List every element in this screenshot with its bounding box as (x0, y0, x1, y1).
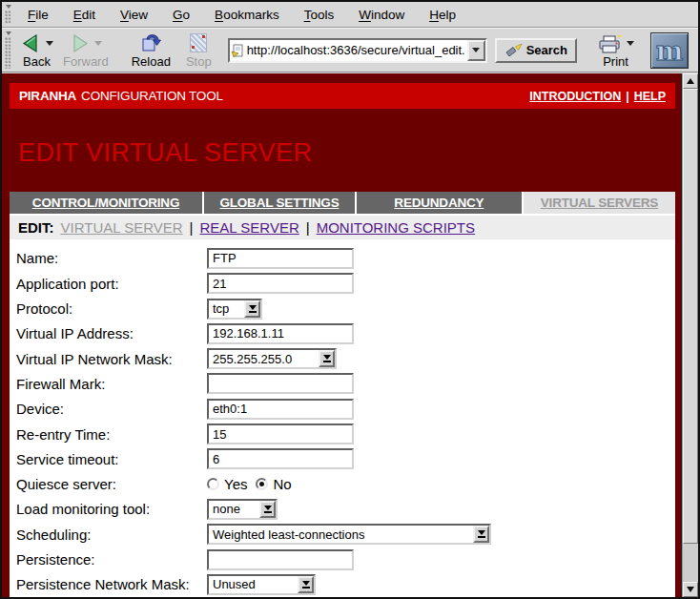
menu-bar: File Edit View Go Bookmarks Tools Window… (2, 2, 698, 28)
virtual-ip-input[interactable] (207, 323, 354, 344)
dropdown-arrow-icon[interactable] (259, 501, 276, 518)
protocol-select[interactable]: tcp (207, 299, 262, 320)
help-link[interactable]: HELP (634, 90, 666, 103)
protocol-value: tcp (209, 300, 244, 318)
flashlight-icon (504, 43, 523, 57)
brand-strong: PIRANHA (19, 89, 76, 103)
scrollbar-thumb[interactable] (683, 89, 698, 544)
scrollbar-trough[interactable] (683, 544, 698, 582)
scroll-up-button[interactable] (683, 73, 698, 89)
service-timeout-label: Service timeout: (16, 451, 207, 467)
form-row: Re-entry Time: (16, 422, 675, 446)
dropdown-arrow-icon[interactable] (244, 300, 260, 318)
edit-subnav: EDIT: VIRTUAL SERVER | REAL SERVER | MON… (10, 216, 675, 239)
menu-tools[interactable]: Tools (292, 8, 347, 22)
stop-icon (190, 33, 207, 52)
introduction-link[interactable]: INTRODUCTION (529, 90, 621, 103)
menu-view[interactable]: View (108, 8, 160, 22)
form-row: Virtual IP Address: (16, 321, 675, 346)
menu-help[interactable]: Help (417, 8, 468, 22)
form-row: Persistence: (16, 547, 675, 571)
bookmark-icon[interactable] (230, 44, 247, 57)
svg-text:m: m (656, 36, 684, 65)
piranha-header: PIRANHACONFIGURATION TOOL INTRODUCTION |… (10, 83, 675, 109)
subnav-real-server-link[interactable]: REAL SERVER (200, 219, 299, 236)
menu-edit[interactable]: Edit (61, 8, 108, 22)
edit-prefix: EDIT: (18, 219, 54, 236)
brand-rest: CONFIGURATION TOOL (81, 89, 223, 103)
url-dropdown-button[interactable] (467, 40, 485, 61)
quiesce-no-label: No (273, 476, 291, 492)
printer-icon (597, 33, 623, 53)
print-dropdown-icon[interactable] (627, 41, 634, 46)
quiesce-yes-label: Yes (224, 476, 247, 492)
device-label: Device: (16, 401, 207, 417)
menu-window[interactable]: Window (346, 8, 417, 22)
persistence-input[interactable] (207, 549, 354, 570)
vertical-scrollbar[interactable] (682, 73, 698, 597)
virtual-ip-mask-label: Virtual IP Network Mask: (16, 351, 207, 367)
load-monitoring-value: none (209, 501, 259, 518)
tab-redundancy[interactable]: REDUNDANCY (357, 192, 522, 214)
reentry-time-input[interactable] (207, 423, 354, 444)
name-input[interactable] (207, 248, 354, 269)
form-row: Firewall Mark: (16, 371, 675, 396)
back-button[interactable]: Back (15, 31, 58, 70)
form-row: Service timeout: (16, 446, 675, 471)
form-row: Name: (16, 246, 675, 271)
url-input[interactable] (247, 43, 467, 57)
virtual-server-form: Name: Application port: Protocol: tcp (10, 239, 675, 597)
tab-virtual-servers[interactable]: VIRTUAL SERVERS (524, 192, 675, 214)
form-row: Load monitoring tool: none (16, 497, 675, 522)
form-row: Scheduling: Weighted least-connections (16, 522, 675, 547)
quiesce-yes-radio[interactable] (207, 478, 219, 490)
dropdown-arrow-icon[interactable] (298, 576, 314, 593)
load-monitoring-select[interactable]: none (207, 499, 278, 520)
menubar-grip[interactable] (3, 3, 13, 26)
search-button[interactable]: Search (495, 38, 577, 63)
virtual-ip-mask-select[interactable]: 255.255.255.0 (207, 348, 337, 369)
firewall-mark-label: Firewall Mark: (16, 376, 207, 392)
form-row: Persistence Network Mask: Unused (16, 572, 675, 597)
back-label: Back (23, 54, 51, 69)
menu-bookmarks[interactable]: Bookmarks (202, 8, 292, 22)
quiesce-no-radio[interactable] (256, 478, 268, 490)
forward-label: Forward (63, 54, 109, 69)
tab-control-monitoring[interactable]: CONTROL/MONITORING (10, 192, 202, 214)
tab-global-settings[interactable]: GLOBAL SETTINGS (204, 192, 355, 214)
mozilla-logo[interactable]: m (650, 32, 689, 69)
persistence-mask-select[interactable]: Unused (207, 574, 316, 595)
scheduling-select[interactable]: Weighted least-connections (207, 524, 491, 545)
toolbar-grip[interactable] (3, 30, 13, 71)
dropdown-arrow-icon[interactable] (319, 350, 335, 367)
print-button[interactable]: Print (592, 31, 639, 70)
device-input[interactable] (207, 399, 354, 420)
menu-file[interactable]: File (15, 8, 61, 22)
piranha-page: PIRANHACONFIGURATION TOOL INTRODUCTION |… (2, 73, 682, 597)
quiesce-radio-group: Yes No (207, 476, 300, 492)
dropdown-arrow-icon[interactable] (473, 526, 489, 543)
application-port-input[interactable] (207, 273, 354, 294)
scheduling-label: Scheduling: (16, 527, 207, 543)
scheduling-value: Weighted least-connections (209, 526, 473, 543)
back-history-dropdown-icon[interactable] (46, 41, 53, 46)
stop-button: Stop (181, 31, 216, 70)
forward-history-dropdown-icon (94, 41, 102, 46)
reload-button[interactable]: Reload (127, 31, 175, 70)
form-row: Virtual IP Network Mask: 255.255.255.0 (16, 346, 675, 371)
menu-go[interactable]: Go (160, 8, 202, 22)
scroll-down-button[interactable] (683, 582, 698, 597)
collapse-arrow-icon (6, 5, 11, 9)
firewall-mark-input[interactable] (207, 373, 354, 394)
application-port-label: Application port: (16, 276, 207, 292)
grip-dots (5, 10, 11, 24)
tab-bar: CONTROL/MONITORING GLOBAL SETTINGS REDUN… (10, 192, 675, 214)
forward-button: Forward (58, 31, 113, 70)
form-row: Application port: (16, 271, 675, 296)
reload-icon (139, 32, 162, 53)
subnav-virtual-server: VIRTUAL SERVER (61, 219, 183, 236)
service-timeout-input[interactable] (207, 448, 354, 469)
subnav-monitoring-scripts-link[interactable]: MONITORING SCRIPTS (317, 219, 475, 236)
subnav-separator: | (190, 219, 194, 236)
form-row: Quiesce server: Yes No (16, 472, 675, 497)
